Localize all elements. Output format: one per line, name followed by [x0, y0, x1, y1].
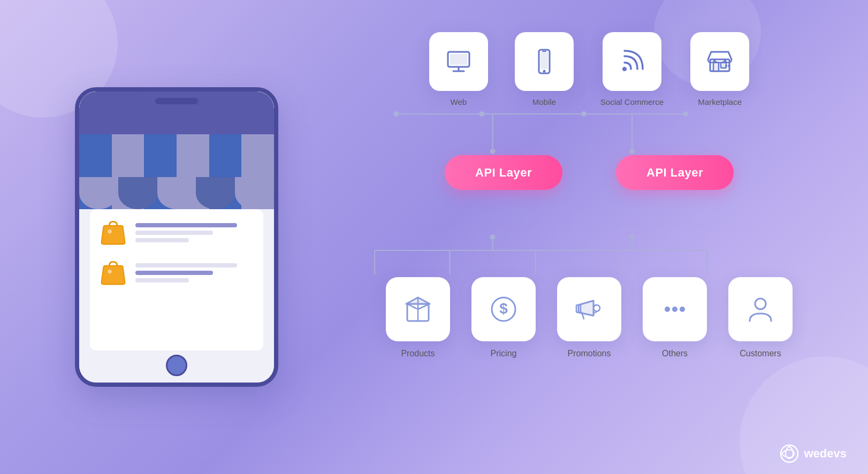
scallop-1 [79, 177, 118, 209]
box-icon [403, 294, 433, 324]
pricing-label: Pricing [491, 349, 517, 358]
svg-point-15 [728, 65, 730, 67]
svg-point-44 [593, 305, 600, 311]
svg-line-45 [593, 305, 597, 305]
others-label: Others [662, 349, 688, 358]
svg-point-33 [490, 234, 496, 240]
svg-point-34 [629, 234, 635, 240]
svg-rect-5 [450, 54, 467, 65]
dollar-icon: $ [489, 294, 519, 324]
line-5 [135, 271, 213, 275]
mobile-icon-box [515, 32, 574, 91]
api-layer-left-label: API Layer [475, 166, 532, 180]
connector-top-svg [332, 111, 847, 154]
service-promotions: Promotions [557, 277, 621, 358]
social-commerce-label: Social Commerce [600, 97, 664, 106]
device-illustration [43, 50, 310, 424]
wedevs-logo: wedevs [780, 444, 847, 463]
channel-mobile: Mobile [515, 32, 574, 106]
marketplace-label: Marketplace [698, 97, 742, 106]
web-icon-box [429, 32, 488, 91]
api-layer-right-label: API Layer [646, 166, 703, 180]
api-layer-right: API Layer [616, 155, 734, 190]
store-content [90, 209, 263, 350]
others-icon-box [643, 277, 707, 341]
svg-point-10 [622, 67, 627, 71]
person-icon [745, 294, 775, 324]
tablet-device [75, 87, 278, 387]
bag-icon-2 [98, 258, 128, 287]
svg-point-8 [543, 70, 545, 73]
svg-point-18 [479, 111, 485, 117]
service-products: Products [386, 277, 450, 358]
svg-point-49 [680, 307, 685, 312]
megaphone-icon [574, 294, 604, 324]
scallop-4 [196, 177, 235, 209]
channel-social-commerce: Social Commerce [600, 32, 664, 106]
products-label: Products [401, 349, 435, 358]
wedevs-logo-icon [780, 444, 799, 463]
mobile-label: Mobile [532, 97, 556, 106]
store-awning [79, 91, 274, 209]
promotions-icon-box [557, 277, 621, 341]
svg-point-0 [108, 230, 111, 233]
svg-rect-7 [540, 52, 548, 69]
line-1 [135, 223, 237, 227]
connector-bottom-svg [332, 234, 847, 277]
service-pricing: $ Pricing [471, 277, 536, 358]
svg-point-17 [393, 111, 399, 117]
svg-point-19 [581, 111, 587, 117]
svg-point-23 [490, 149, 496, 154]
item-lines-1 [135, 223, 255, 242]
scallop-3 [157, 177, 196, 209]
svg-point-24 [629, 149, 635, 154]
pricing-icon-box: $ [471, 277, 536, 341]
line-3 [135, 238, 189, 242]
scallop-5 [235, 177, 274, 209]
svg-point-48 [672, 307, 677, 312]
device-screen [79, 91, 274, 383]
line-2 [135, 231, 213, 235]
line-4 [135, 263, 237, 267]
svg-point-50 [755, 299, 766, 309]
store-item-2 [98, 258, 255, 287]
rss-icon [618, 48, 646, 75]
dots-icon [660, 294, 690, 324]
service-others: Others [643, 277, 707, 358]
svg-point-51 [781, 445, 798, 462]
svg-text:$: $ [499, 300, 508, 317]
store-icon [706, 48, 734, 75]
connector-top [332, 111, 847, 154]
web-label: Web [451, 97, 467, 106]
channel-marketplace: Marketplace [690, 32, 749, 106]
promotions-label: Promotions [568, 349, 611, 358]
awning-scallop [79, 177, 274, 209]
svg-point-14 [725, 65, 727, 67]
smartphone-icon [530, 48, 558, 75]
device-notch [155, 98, 198, 104]
line-6 [135, 278, 189, 282]
services-row: Products $ Pricing [332, 277, 847, 358]
channels-row: Web Mobile [332, 32, 847, 106]
social-commerce-icon-box [603, 32, 661, 91]
svg-point-20 [683, 111, 688, 117]
item-lines-2 [135, 263, 255, 282]
architecture-diagram: Web Mobile [332, 32, 847, 442]
marketplace-icon-box [690, 32, 749, 91]
monitor-icon [445, 48, 473, 75]
svg-point-1 [108, 270, 111, 273]
api-layer-left: API Layer [445, 155, 562, 190]
api-row: API Layer API Layer [332, 155, 847, 190]
svg-rect-12 [713, 63, 719, 71]
store-item-1 [98, 218, 255, 247]
svg-point-47 [665, 307, 670, 312]
connector-bottom [332, 234, 847, 277]
products-icon-box [386, 277, 450, 341]
customers-icon-box [728, 277, 793, 341]
wedevs-brand-name: wedevs [804, 447, 847, 461]
device-home-button [166, 355, 187, 376]
bag-icon-1 [98, 218, 128, 247]
channel-web: Web [429, 32, 488, 106]
service-customers: Customers [728, 277, 793, 358]
customers-label: Customers [740, 349, 781, 358]
